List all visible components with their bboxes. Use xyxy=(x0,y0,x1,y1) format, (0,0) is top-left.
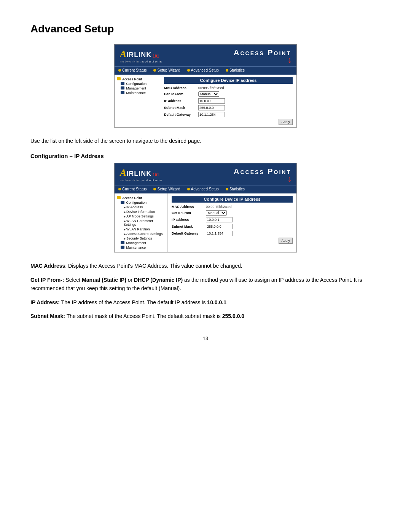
nav-dot-3 xyxy=(187,69,190,72)
nav-dot-1 xyxy=(118,69,121,72)
ap-logo-1: A IRLINK 101 networkingsolutions xyxy=(120,49,162,63)
nav-advanced-setup-1[interactable]: Advanced Setup xyxy=(187,68,219,72)
nav-current-status-1[interactable]: Current Status xyxy=(118,68,147,72)
nav-dot-2 xyxy=(153,69,156,72)
logo-wrapper-1: A IRLINK 101 xyxy=(120,49,162,59)
nav-label-current-status-2: Current Status xyxy=(122,187,147,191)
mac-address-text: : Displays the Access Point's MAC Addres… xyxy=(65,263,242,269)
sidebar-access-point-2[interactable]: Access Point xyxy=(116,196,166,200)
get-ip-intro: Select xyxy=(64,277,82,283)
ip-address-default: 10.0.0.1 xyxy=(207,299,226,305)
ap-brand-2: Access Point ⤵︎ xyxy=(234,167,291,183)
nav-dot-4 xyxy=(226,69,228,72)
logo-a-icon: A xyxy=(120,49,126,59)
folder-icon-mgmt2 xyxy=(121,241,124,244)
mac-address-label: MAC Address xyxy=(30,263,65,269)
ap-sidebar-1: Access Point Configuration Management Ma… xyxy=(115,75,160,127)
nav-advanced-setup-2[interactable]: Advanced Setup xyxy=(187,187,219,191)
nav-label-advanced-setup-2: Advanced Setup xyxy=(191,187,219,191)
form-row-gateway-1: Default Gateway xyxy=(164,112,293,117)
label-ip-2: IP address xyxy=(172,218,206,222)
ap-header-1: A IRLINK 101 networkingsolutions Access … xyxy=(115,45,296,66)
label-subnet-2: Subnet Mask xyxy=(172,225,206,228)
sidebar-wlan-partition[interactable]: WLAN Partition xyxy=(116,227,166,232)
value-mac-1: 00:09:7f:bf:2a:ed xyxy=(198,86,224,90)
ap-main-1: Configure Device IP address MAC Address … xyxy=(160,75,296,127)
sidebar-access-control[interactable]: Access Control Settings xyxy=(116,232,166,236)
sidebar-security-settings[interactable]: Security Settings xyxy=(116,236,166,241)
access-point-title-1: Access Point xyxy=(234,48,291,57)
apply-button-1[interactable]: Apply xyxy=(279,119,293,125)
input-gateway-1[interactable] xyxy=(198,112,225,117)
form-row-subnet-2: Subnet Mask xyxy=(172,224,293,229)
sidebar-device-info[interactable]: Device Information xyxy=(116,209,166,214)
page-number: 13 xyxy=(30,335,381,341)
sidebar-maintenance-2[interactable]: Maintenance xyxy=(116,245,166,250)
swoosh-icon-1: ⤵︎ xyxy=(234,57,291,64)
input-subnet-2[interactable] xyxy=(206,224,233,229)
logo-a-icon-2: A xyxy=(120,168,126,178)
logo-wrapper-2: A IRLINK 101 xyxy=(120,168,162,178)
ap-nav-1: Current Status Setup Wizard Advanced Set… xyxy=(115,66,296,75)
sidebar-maintenance-1[interactable]: Maintenance xyxy=(116,91,158,95)
ap-logo-2: A IRLINK 101 networkingsolutions xyxy=(120,168,162,182)
nav-label-setup-wizard-2: Setup Wizard xyxy=(157,187,180,191)
form-row-subnet-1: Subnet Mask xyxy=(164,105,293,110)
input-gateway-2[interactable] xyxy=(206,231,233,236)
label-gateway-1: Default Gateway xyxy=(164,113,198,117)
nav-label-advanced-setup-1: Advanced Setup xyxy=(191,68,219,72)
sidebar-access-point-1[interactable]: Access Point xyxy=(116,77,158,81)
logo-irlink-text: IRLINK xyxy=(126,51,151,58)
sidebar-configuration-1[interactable]: Configuration xyxy=(116,81,158,86)
nav-current-status-2[interactable]: Current Status xyxy=(118,187,147,191)
sidebar-ip-address[interactable]: IP Address xyxy=(116,205,166,209)
ap-nav-2: Current Status Setup Wizard Advanced Set… xyxy=(115,185,296,193)
select-getip-1[interactable]: Manual DHCP xyxy=(198,91,219,97)
nav-label-setup-wizard-1: Setup Wizard xyxy=(157,68,180,72)
nav-label-current-status-1: Current Status xyxy=(122,68,147,72)
nav-setup-wizard-1[interactable]: Setup Wizard xyxy=(153,68,180,72)
logo-101-text-2: 101 xyxy=(153,173,159,177)
nav-statistics-1[interactable]: Statistics xyxy=(226,68,245,72)
sidebar-management-1[interactable]: Management xyxy=(116,86,158,91)
folder-icon-ap2 xyxy=(117,196,121,199)
sidebar-ap-mode[interactable]: AP Mode Settings xyxy=(116,214,166,219)
subnet-mask-default: 255.0.0.0 xyxy=(222,313,244,319)
nav-dot-5 xyxy=(118,188,121,190)
solutions-label-2: solutions xyxy=(142,179,163,182)
form-row-mac-1: MAC Address 00:09:7f:bf:2a:ed xyxy=(164,86,293,90)
nav-statistics-2[interactable]: Statistics xyxy=(226,187,245,191)
networking-solutions-1: networkingsolutions xyxy=(120,60,162,63)
ip-address-label: IP Address: xyxy=(30,299,60,305)
select-getip-2[interactable]: Manual DHCP xyxy=(206,210,227,216)
label-getip-2: Get IP From xyxy=(172,211,206,215)
subnet-mask-text: The subnet mask of the Access Point. The… xyxy=(65,313,222,319)
ap-content-1: Access Point Configuration Management Ma… xyxy=(115,75,296,127)
input-ip-2[interactable] xyxy=(206,217,233,222)
input-ip-1[interactable] xyxy=(198,98,225,104)
get-ip-label: Get IP From-: xyxy=(30,277,64,283)
sidebar-management-2[interactable]: Management xyxy=(116,241,166,245)
form-row-getip-2: Get IP From Manual DHCP xyxy=(172,210,293,216)
folder-icon-ap1 xyxy=(117,77,121,80)
label-mac-1: MAC Address xyxy=(164,86,198,90)
manual-static-label: Manual (Static IP) xyxy=(82,277,126,283)
label-gateway-2: Default Gateway xyxy=(172,232,206,235)
nav-setup-wizard-2[interactable]: Setup Wizard xyxy=(153,187,180,191)
ap-brand-1: Access Point ⤵︎ xyxy=(234,48,291,64)
networking-label: networking xyxy=(120,60,142,63)
get-ip-paragraph: Get IP From-: Select Manual (Static IP) … xyxy=(30,276,381,293)
input-subnet-1[interactable] xyxy=(198,105,225,110)
subnet-mask-paragraph: Subnet Mask: The subnet mask of the Acce… xyxy=(30,312,381,320)
sidebar-configuration-2[interactable]: Configuration xyxy=(116,200,166,205)
page-title: Advanced Setup xyxy=(30,23,381,35)
networking-label-2: networking xyxy=(120,179,142,182)
get-ip-or: or xyxy=(126,277,134,283)
form-row-getip-1: Get IP From Manual DHCP xyxy=(164,91,293,97)
subnet-mask-label: Subnet Mask: xyxy=(30,313,65,319)
section1-heading: Configuration – IP Address xyxy=(30,153,381,159)
sidebar-wlan-param[interactable]: WLAN Parameter Settings xyxy=(116,219,166,227)
screenshot-2: A IRLINK 101 networkingsolutions Access … xyxy=(114,163,297,252)
apply-button-2[interactable]: Apply xyxy=(279,238,293,244)
folder-icon-maint2 xyxy=(121,246,124,249)
